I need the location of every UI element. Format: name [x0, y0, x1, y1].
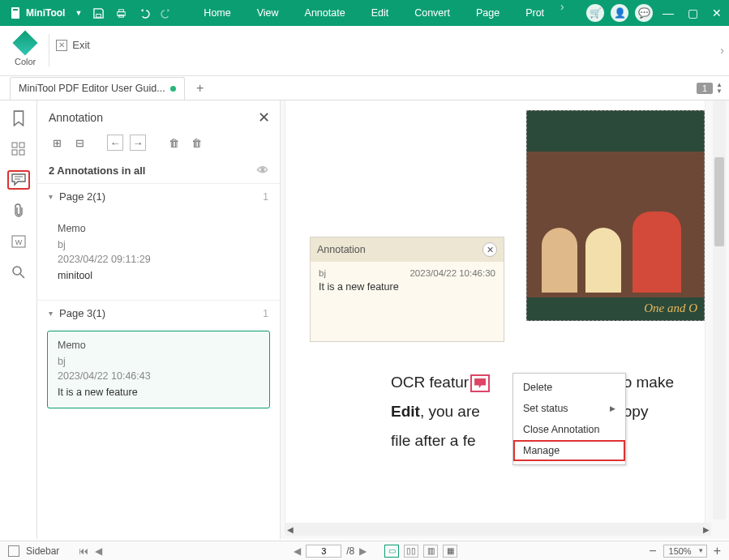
view-continuous-icon[interactable]: ▯▯	[404, 545, 418, 558]
view-single-icon[interactable]: ▭	[384, 545, 399, 558]
minimize-button[interactable]: —	[656, 0, 680, 26]
word-tab-icon[interactable]: W	[7, 232, 30, 251]
note-body: minitool	[58, 270, 259, 281]
app-menu-dropdown-icon[interactable]: ▼	[75, 9, 82, 17]
chevron-down-icon: ▾	[49, 192, 53, 201]
popup-close-button[interactable]: ✕	[482, 242, 497, 257]
page-spinner[interactable]: ▲▼	[714, 82, 724, 95]
note-author: bj	[58, 239, 259, 250]
menu-annotate[interactable]: Annotate	[292, 0, 358, 26]
note-timestamp: 2023/04/22 10:46:43	[58, 370, 259, 382]
unsaved-indicator-icon	[170, 86, 176, 92]
color-icon	[13, 30, 38, 55]
prev-page-icon[interactable]: ◀	[95, 545, 102, 557]
panel-close-button[interactable]: ✕	[258, 109, 270, 126]
menu-view[interactable]: View	[244, 0, 292, 26]
note-timestamp: 2023/04/22 09:11:29	[58, 254, 259, 265]
sidebar-label: Sidebar	[26, 545, 59, 557]
main-menu: Home View Annotate Edit Convert Page Pro…	[191, 0, 567, 26]
separator	[49, 34, 49, 66]
visibility-toggle-icon[interactable]: 👁	[257, 164, 268, 177]
next-page-center-icon[interactable]: ▶	[359, 545, 367, 557]
cart-button[interactable]: 🛒	[586, 4, 604, 22]
color-tool[interactable]: Color	[8, 31, 42, 66]
menu-page[interactable]: Page	[463, 0, 512, 26]
view-facing-continuous-icon[interactable]: ▦	[443, 545, 457, 558]
print-button[interactable]	[109, 0, 132, 26]
prev-annotation-icon[interactable]: ←	[107, 135, 123, 151]
scroll-left-icon[interactable]: ◀	[287, 525, 294, 534]
exit-icon: ✕	[56, 40, 67, 51]
bookmarks-tab-icon[interactable]	[7, 109, 30, 128]
left-rail: W	[0, 100, 37, 539]
vertical-scrollbar[interactable]	[713, 100, 726, 519]
app-logo: MiniTool	[5, 6, 70, 19]
ribbon-expand-icon[interactable]: ›	[720, 44, 724, 57]
prev-page-center-icon[interactable]: ◀	[294, 545, 301, 557]
page-canvas: One and O Annotation ✕ bj 2023/04/22 10:…	[285, 100, 705, 532]
ctx-delete[interactable]: Delete	[513, 377, 625, 398]
undo-button[interactable]	[132, 0, 155, 26]
exit-button[interactable]: ✕ Exit	[56, 31, 90, 51]
zoom-out-button[interactable]: −	[649, 544, 656, 558]
svg-rect-8	[12, 150, 17, 155]
menu-more-icon[interactable]: ›	[557, 0, 568, 26]
document-viewport[interactable]: One and O Annotation ✕ bj 2023/04/22 10:…	[281, 100, 729, 539]
zoom-select[interactable]: 150%	[663, 545, 707, 558]
document-tab[interactable]: MiniTool PDF Editor User Guid...	[10, 77, 185, 100]
sidebar-toggle-icon[interactable]	[8, 545, 19, 557]
annotation-panel: Annotation ✕ ⊞ ⊟ ← → 🗑 🗑 2 Annotations i…	[37, 100, 281, 539]
page-group-count: 1	[263, 191, 268, 203]
svg-line-15	[20, 274, 24, 278]
popup-timestamp: 2023/04/22 10:46:30	[410, 268, 495, 278]
svg-rect-9	[19, 150, 24, 155]
popup-title: Annotation	[317, 244, 366, 255]
next-annotation-icon[interactable]: →	[130, 135, 146, 151]
first-page-icon[interactable]: ⏮	[79, 545, 88, 557]
view-facing-icon[interactable]: ▥	[423, 545, 438, 558]
horizontal-scrollbar[interactable]: ◀ ▶	[285, 523, 711, 536]
menu-edit[interactable]: Edit	[358, 0, 402, 26]
chevron-down-icon: ▾	[49, 309, 53, 318]
page-group-count: 1	[263, 308, 268, 319]
collapse-all-icon[interactable]: ⊟	[71, 135, 88, 151]
annotation-marker-icon[interactable]	[470, 374, 490, 392]
embedded-image: One and O	[526, 110, 705, 321]
svg-point-14	[13, 267, 21, 275]
page-group-header[interactable]: ▾ Page 3(1) 1	[37, 300, 280, 326]
scroll-right-icon[interactable]: ▶	[703, 525, 710, 534]
attachments-tab-icon[interactable]	[7, 201, 30, 220]
search-tab-icon[interactable]	[7, 263, 30, 282]
annotations-tab-icon[interactable]	[7, 170, 30, 190]
new-tab-button[interactable]: +	[190, 78, 211, 99]
annotation-item[interactable]: Memo bj 2023/04/22 09:11:29 minitool	[47, 214, 270, 292]
title-bar: MiniTool ▼ Home View Annotate Edit Conve…	[0, 0, 729, 26]
maximize-button[interactable]: ▢	[680, 0, 705, 26]
expand-all-icon[interactable]: ⊞	[49, 135, 65, 151]
popup-body[interactable]: It is a new feature	[311, 278, 504, 341]
menu-protect[interactable]: Prot	[512, 0, 557, 26]
feedback-button[interactable]: 💬	[635, 4, 653, 22]
page-group-header[interactable]: ▾ Page 2(1) 1	[37, 183, 280, 209]
ctx-set-status[interactable]: Set status▶	[513, 398, 625, 419]
thumbnails-tab-icon[interactable]	[7, 139, 30, 159]
delete-all-icon[interactable]: 🗑	[188, 135, 204, 151]
ctx-close-annotation[interactable]: Close Annotation	[513, 419, 625, 440]
app-name: MiniTool	[26, 7, 65, 19]
save-button[interactable]	[87, 0, 109, 26]
close-window-button[interactable]: ✕	[705, 0, 729, 26]
ctx-manage[interactable]: Manage	[513, 440, 625, 461]
panel-toolbar: ⊞ ⊟ ← → 🗑 🗑	[37, 131, 280, 157]
menu-home[interactable]: Home	[191, 0, 243, 26]
zoom-in-button[interactable]: +	[714, 544, 721, 558]
menu-convert[interactable]: Convert	[401, 0, 463, 26]
delete-annotation-icon[interactable]: 🗑	[165, 135, 182, 151]
image-caption: One and O	[644, 301, 697, 315]
redo-button[interactable]	[155, 0, 178, 26]
svg-rect-4	[119, 9, 124, 11]
page-number-input[interactable]	[306, 545, 341, 558]
account-button[interactable]: 👤	[611, 4, 628, 22]
scrollbar-thumb[interactable]	[714, 157, 724, 246]
page-total: /8	[346, 545, 354, 557]
annotation-item[interactable]: Memo bj 2023/04/22 10:46:43 It is a new …	[47, 331, 270, 408]
